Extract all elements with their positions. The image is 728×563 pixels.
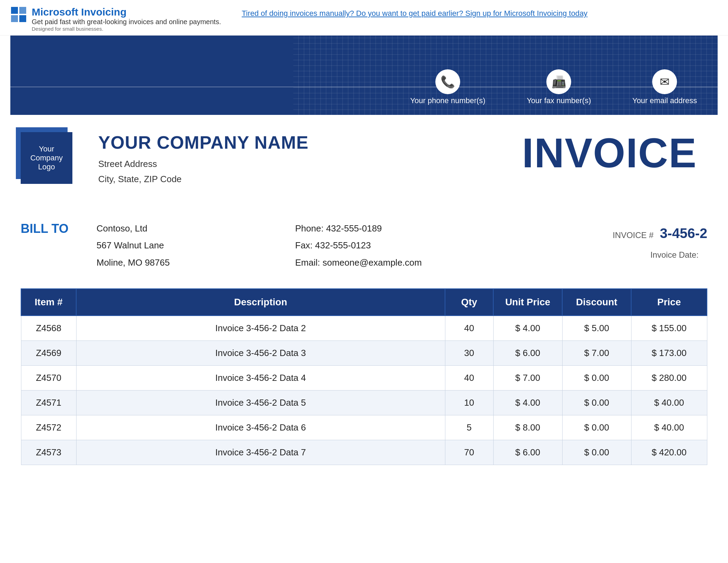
cell-1-5: $ 173.00: [631, 341, 707, 366]
promo-link-area: Tired of doing invoices manually? Do you…: [221, 6, 718, 18]
cell-1-2: 30: [445, 341, 493, 366]
invoice-date-row: Invoice Date:: [529, 246, 707, 263]
logo-container: Your Company Logo: [21, 132, 84, 196]
cell-2-5: $ 280.00: [631, 366, 707, 391]
invoice-date-label: Invoice Date:: [650, 247, 699, 263]
brand-text: Microsoft Invoicing Get paid fast with g…: [32, 6, 221, 32]
table-header: Item # Description Qty Unit Price Discou…: [21, 289, 707, 316]
bill-name: Contoso, Ltd: [97, 220, 274, 237]
col-header-price: Price: [631, 289, 707, 316]
invoice-title: INVOICE: [405, 132, 697, 174]
cell-5-5: $ 420.00: [631, 440, 707, 465]
cell-3-0: Z4571: [21, 391, 76, 415]
promo-link[interactable]: Tired of doing invoices manually? Do you…: [242, 9, 587, 18]
invoice-number-value: 3-456-2: [660, 220, 707, 246]
cell-2-1: Invoice 3-456-2 Data 4: [76, 366, 445, 391]
svg-rect-1: [19, 7, 26, 14]
banner-bg: [293, 36, 718, 115]
cell-5-0: Z4573: [21, 440, 76, 465]
cell-4-4: $ 0.00: [562, 415, 631, 440]
company-address-line2: City, State, ZIP Code: [98, 171, 391, 187]
logo-front: Your Company Logo: [21, 132, 72, 184]
cell-0-4: $ 5.00: [562, 316, 631, 341]
table-body: Z4568Invoice 3-456-2 Data 240$ 4.00$ 5.0…: [21, 316, 707, 465]
svg-rect-3: [19, 15, 26, 22]
bill-section: BILL TO Contoso, Ltd 567 Walnut Lane Mol…: [0, 210, 728, 282]
col-header-desc: Description: [76, 289, 445, 316]
brand-designed: Designed for small businesses.: [32, 26, 221, 32]
cell-1-1: Invoice 3-456-2 Data 3: [76, 341, 445, 366]
cell-0-5: $ 155.00: [631, 316, 707, 341]
invoice-title-area: INVOICE: [405, 132, 718, 174]
cell-4-3: $ 8.00: [493, 415, 562, 440]
cell-2-4: $ 0.00: [562, 366, 631, 391]
banner: 📞 Your phone number(s) 📠 Your fax number…: [10, 36, 718, 115]
table-header-row: Item # Description Qty Unit Price Discou…: [21, 289, 707, 316]
table-row: Z4572Invoice 3-456-2 Data 65$ 8.00$ 0.00…: [21, 415, 707, 440]
invoice-meta: INVOICE # 3-456-2 Invoice Date:: [529, 220, 707, 263]
company-address: Street Address City, State, ZIP Code: [98, 156, 391, 187]
company-section: Your Company Logo YOUR COMPANY NAME Stre…: [0, 115, 728, 206]
invoice-number-row: INVOICE # 3-456-2: [529, 220, 707, 246]
cell-5-4: $ 0.00: [562, 440, 631, 465]
bill-to-label: BILL TO: [21, 220, 76, 236]
cell-4-0: Z4572: [21, 415, 76, 440]
bill-email: Email: someone@example.com: [295, 254, 509, 271]
cell-3-4: $ 0.00: [562, 391, 631, 415]
col-header-unit-price: Unit Price: [493, 289, 562, 316]
company-address-line1: Street Address: [98, 156, 391, 171]
cell-4-2: 5: [445, 415, 493, 440]
cell-5-3: $ 6.00: [493, 440, 562, 465]
cell-2-2: 40: [445, 366, 493, 391]
bill-address2: Moline, MO 98765: [97, 254, 274, 271]
bill-address1: 567 Walnut Lane: [97, 237, 274, 254]
table-row: Z4571Invoice 3-456-2 Data 510$ 4.00$ 0.0…: [21, 391, 707, 415]
cell-0-1: Invoice 3-456-2 Data 2: [76, 316, 445, 341]
brand-title: Microsoft Invoicing: [32, 6, 221, 18]
svg-rect-0: [11, 7, 18, 14]
cell-3-3: $ 4.00: [493, 391, 562, 415]
col-header-qty: Qty: [445, 289, 493, 316]
ms-icon: [10, 6, 27, 23]
bill-phone: Phone: 432-555-0189: [295, 220, 509, 237]
cell-4-1: Invoice 3-456-2 Data 6: [76, 415, 445, 440]
cell-4-5: $ 40.00: [631, 415, 707, 440]
table-row: Z4570Invoice 3-456-2 Data 440$ 7.00$ 0.0…: [21, 366, 707, 391]
cell-1-3: $ 6.00: [493, 341, 562, 366]
invoice-date-value: [705, 246, 707, 263]
brand-area: Microsoft Invoicing Get paid fast with g…: [10, 6, 221, 32]
table-row: Z4573Invoice 3-456-2 Data 770$ 6.00$ 0.0…: [21, 440, 707, 465]
cell-1-4: $ 7.00: [562, 341, 631, 366]
col-header-discount: Discount: [562, 289, 631, 316]
cell-3-2: 10: [445, 391, 493, 415]
bill-fax: Fax: 432-555-0123: [295, 237, 509, 254]
logo-text: Your Company Logo: [24, 145, 69, 171]
cell-3-5: $ 40.00: [631, 391, 707, 415]
cell-5-2: 70: [445, 440, 493, 465]
invoice-number-label: INVOICE #: [613, 227, 654, 243]
cell-5-1: Invoice 3-456-2 Data 7: [76, 440, 445, 465]
table-row: Z4569Invoice 3-456-2 Data 330$ 6.00$ 7.0…: [21, 341, 707, 366]
cell-0-2: 40: [445, 316, 493, 341]
top-header: Microsoft Invoicing Get paid fast with g…: [0, 0, 728, 36]
cell-1-0: Z4569: [21, 341, 76, 366]
brand-subtitle: Get paid fast with great-looking invoice…: [32, 18, 221, 26]
bill-info: Contoso, Ltd 567 Walnut Lane Moline, MO …: [97, 220, 274, 271]
bill-contact: Phone: 432-555-0189 Fax: 432-555-0123 Em…: [295, 220, 509, 271]
banner-line: [10, 87, 718, 87]
cell-0-3: $ 4.00: [493, 316, 562, 341]
company-name: YOUR COMPANY NAME: [98, 132, 391, 153]
invoice-table: Item # Description Qty Unit Price Discou…: [21, 288, 707, 465]
cell-0-0: Z4568: [21, 316, 76, 341]
svg-rect-2: [11, 15, 18, 22]
cell-2-0: Z4570: [21, 366, 76, 391]
company-details: YOUR COMPANY NAME Street Address City, S…: [98, 132, 391, 187]
table-row: Z4568Invoice 3-456-2 Data 240$ 4.00$ 5.0…: [21, 316, 707, 341]
cell-2-3: $ 7.00: [493, 366, 562, 391]
col-header-item: Item #: [21, 289, 76, 316]
cell-3-1: Invoice 3-456-2 Data 5: [76, 391, 445, 415]
